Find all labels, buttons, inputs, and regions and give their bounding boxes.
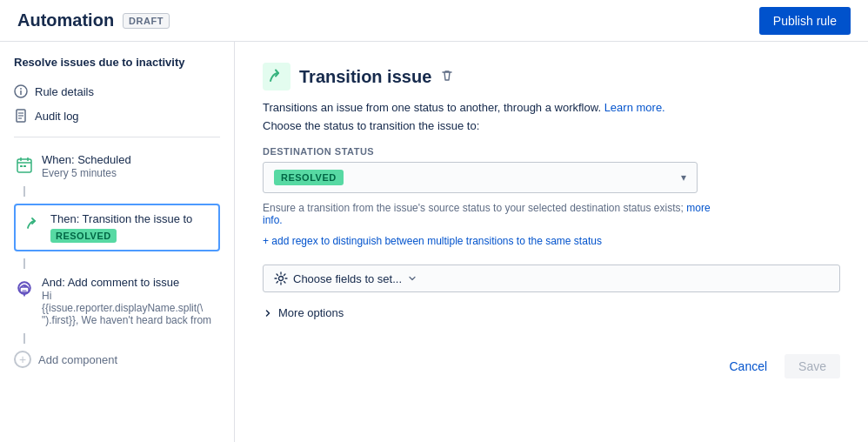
step-and-content: And: Add comment to issue Hi{{issue.repo… (42, 276, 220, 326)
rule-details-label: Rule details (35, 85, 94, 98)
svg-rect-15 (20, 287, 29, 292)
main-header: Transition issue (263, 63, 840, 90)
svg-rect-1 (20, 90, 22, 95)
destination-field-label: Destination status (263, 146, 840, 157)
sidebar: Resolve issues due to inactivity Rule de… (0, 42, 235, 442)
comment-icon (14, 278, 35, 298)
main-title: Transition issue (299, 67, 431, 87)
publish-button[interactable]: Publish rule (759, 7, 851, 35)
app-header: Automation DRAFT Publish rule (0, 0, 868, 42)
step-and-sublabel: Hi{{issue.reporter.displayName.split(\")… (42, 290, 220, 326)
sidebar-section-title: Resolve issues due to inactivity (0, 56, 234, 79)
step-then-label: Then: Transition the issue to (50, 212, 211, 225)
info-icon (14, 84, 28, 98)
step-then-content: Then: Transition the issue to RESOLVED (50, 212, 211, 243)
svg-point-2 (20, 88, 22, 90)
chevron-down-fields-icon (407, 273, 417, 284)
resolved-select-badge: RESOLVED (274, 170, 344, 185)
description-text: Transitions an issue from one status to … (263, 101, 840, 114)
sidebar-divider (14, 137, 220, 137)
calendar-icon (14, 155, 35, 176)
draft-badge: DRAFT (123, 13, 170, 29)
header-left: Automation DRAFT (17, 10, 170, 30)
choose-status-desc: Choose the status to transition the issu… (263, 119, 840, 132)
sidebar-item-audit-log[interactable]: Audit log (0, 104, 234, 128)
choose-fields-button[interactable]: Choose fields to set... (263, 265, 840, 292)
chevron-right-icon (263, 308, 273, 318)
gear-icon (274, 271, 288, 285)
add-regex-link[interactable]: + add regex to distinguish between multi… (263, 235, 602, 247)
audit-log-label: Audit log (35, 110, 79, 123)
doc-icon (14, 109, 28, 123)
destination-select[interactable]: RESOLVED ▾ (263, 162, 698, 193)
chevron-down-icon: ▾ (681, 171, 686, 184)
more-options-label: More options (278, 306, 344, 319)
connector-line-1 (23, 186, 25, 197)
resolved-badge-sidebar: RESOLVED (50, 229, 117, 243)
transition-icon-large (263, 63, 290, 90)
add-icon: + (14, 351, 31, 368)
cancel-button[interactable]: Cancel (718, 354, 778, 378)
svg-rect-12 (23, 165, 26, 167)
step-and-comment[interactable]: And: Add comment to issue Hi{{issue.repo… (0, 269, 234, 333)
connector-line-3 (23, 333, 25, 344)
add-component[interactable]: + Add component (0, 344, 234, 375)
step-and-label: And: Add comment to issue (42, 276, 220, 289)
transition-icon-small (23, 214, 43, 235)
main-content: Transition issue Transitions an issue fr… (235, 42, 868, 442)
step-when-content: When: Scheduled Every 5 minutes (42, 153, 220, 179)
main-layout: Resolve issues due to inactivity Rule de… (0, 42, 868, 442)
step-when-scheduled[interactable]: When: Scheduled Every 5 minutes (0, 146, 234, 186)
learn-more-link[interactable]: Learn more. (604, 101, 665, 114)
choose-fields-label: Choose fields to set... (293, 272, 402, 285)
step-then-transition[interactable]: Then: Transition the issue to RESOLVED (0, 197, 234, 258)
add-component-label: Add component (38, 353, 117, 366)
sidebar-item-rule-details[interactable]: Rule details (0, 79, 234, 104)
save-button: Save (785, 354, 840, 378)
app-title: Automation (17, 10, 114, 30)
delete-icon[interactable] (440, 69, 454, 85)
step-when-label: When: Scheduled (42, 153, 220, 166)
hint-text: Ensure a transition from the issue's sou… (263, 202, 732, 226)
connector-line-2 (23, 258, 25, 269)
more-options-toggle[interactable]: More options (263, 306, 840, 319)
svg-point-16 (279, 277, 284, 281)
step-when-sublabel: Every 5 minutes (42, 167, 220, 179)
svg-rect-11 (20, 165, 23, 167)
footer-actions: Cancel Save (263, 340, 840, 378)
